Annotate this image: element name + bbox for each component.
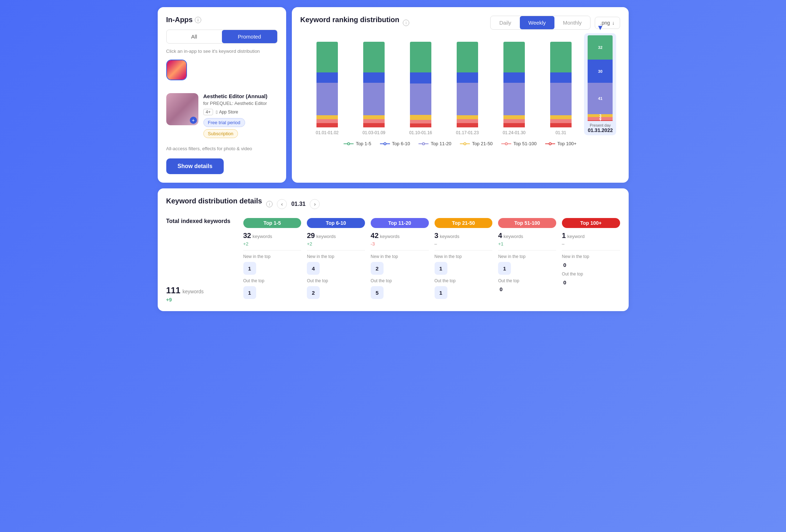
change-top11-20: -3	[371, 241, 429, 247]
legend-label-top21-50: Top 21-50	[472, 141, 493, 146]
legend-top100plus: Top 100+	[545, 141, 577, 146]
ranking-card: Keyword ranking distribution i Daily Wee…	[292, 7, 629, 183]
unit-top51-100: keywords	[503, 234, 523, 239]
bar-label-5: 01.24-01.30	[503, 130, 526, 135]
app-image: +	[166, 93, 198, 125]
bar-group-4: 01.17-01.23	[444, 42, 491, 135]
svg-point-5	[422, 143, 425, 145]
bar-6	[550, 42, 572, 127]
dist-col-top6-10: Top 6-10 29 keywords +2 New in the top 4…	[307, 218, 365, 303]
seg-top51	[316, 119, 338, 123]
seg-top1	[410, 42, 431, 72]
out-label-6: Out the top	[562, 272, 620, 277]
total-col: Total indexed keywords 111 keywords +9	[166, 218, 238, 303]
age-badge: 4+	[203, 109, 213, 115]
prev-date-btn[interactable]: ‹	[277, 199, 287, 209]
change-top1-5: +2	[243, 241, 301, 247]
bar-4	[457, 42, 478, 127]
legend-label-top1-5: Top 1-5	[356, 141, 371, 146]
inapps-hint: Click an in-app to see it's keyword dist…	[166, 49, 278, 54]
seg-top1	[550, 42, 572, 72]
seg-top21	[550, 115, 572, 119]
legend-label-top11-20: Top 11-20	[431, 141, 451, 146]
count-top51-100: 4	[498, 232, 502, 240]
chart-bars: 01.01-01.02 01.03-01.09	[304, 35, 617, 135]
app-thumbnail[interactable]	[166, 60, 187, 80]
pd-seg-top100: 1	[588, 120, 613, 121]
bar-group-6: 01.31	[537, 42, 584, 135]
seg-top21	[410, 115, 431, 120]
seg-top51	[550, 119, 572, 123]
seg-top21	[316, 115, 338, 119]
next-date-btn[interactable]: ›	[310, 199, 320, 209]
unit-top21-50: keywords	[440, 234, 460, 239]
bar-5	[503, 42, 525, 127]
seg-top51	[503, 119, 525, 123]
out-num-2: 2	[307, 286, 320, 299]
details-card: Keyword distribution details i ‹ 01.31 ›…	[158, 188, 629, 311]
ranking-info-icon[interactable]: i	[403, 20, 409, 26]
badge-top11-20: Top 11-20	[371, 218, 429, 228]
dist-col-top11-20: Top 11-20 42 keywords -3 New in the top …	[371, 218, 429, 303]
weekly-btn[interactable]: Weekly	[520, 16, 554, 29]
divider-5	[498, 250, 556, 250]
seg-top51	[363, 119, 385, 123]
badge-top100plus: Top 100+	[562, 218, 620, 228]
details-info-icon[interactable]: i	[266, 201, 273, 207]
legend-top1-5: Top 1-5	[344, 141, 371, 146]
change-top6-10: +2	[307, 241, 365, 247]
dist-grid: Total indexed keywords 111 keywords +9 T…	[166, 218, 620, 303]
seg-top11	[550, 83, 572, 115]
seg-top1	[457, 42, 478, 72]
legend-top21-50: Top 21-50	[460, 141, 493, 146]
inapps-toggle-group: All Promoted	[166, 30, 278, 44]
seg-top21	[363, 115, 385, 119]
legend-line-top6-10	[380, 142, 390, 146]
bar-label-3: 01.10-01.16	[409, 130, 432, 135]
seg-top100	[457, 123, 478, 127]
inapps-title-text: In-Apps	[166, 16, 193, 24]
legend-label-top51-100: Top 51-100	[513, 141, 537, 146]
daily-btn[interactable]: Daily	[491, 16, 519, 29]
out-num-5: 0	[498, 286, 556, 292]
seg-top11	[503, 83, 525, 115]
out-label-4: Out the top	[435, 278, 493, 283]
badge-top6-10: Top 6-10	[307, 218, 365, 228]
seg-top21	[503, 115, 525, 119]
new-num-5: 1	[498, 262, 511, 275]
app-thumb-image	[167, 60, 186, 80]
new-label-5: New in the top	[498, 254, 556, 259]
legend-label-top6-10: Top 6-10	[392, 141, 410, 146]
total-change: +9	[166, 297, 238, 303]
bar-label-2: 01.03-01.09	[362, 130, 385, 135]
add-badge: +	[190, 117, 197, 124]
present-day-arrow: ▼	[597, 24, 604, 32]
seg-top11	[316, 83, 338, 115]
inapps-info-icon[interactable]: i	[195, 17, 201, 23]
out-label-1: Out the top	[243, 278, 301, 283]
out-label-5: Out the top	[498, 278, 556, 283]
divider-3	[371, 250, 429, 250]
promoted-toggle-btn[interactable]: Promoted	[222, 30, 277, 43]
present-day-date: 01.31.2022	[588, 127, 613, 133]
details-header: Keyword distribution details i ‹ 01.31 ›	[166, 197, 620, 211]
tag-subscription: Subscription	[203, 129, 238, 138]
seg-top1	[316, 42, 338, 72]
bar-group-2: 01.03-01.09	[350, 42, 397, 135]
bar-2	[363, 42, 385, 127]
change-top51-100: +1	[498, 241, 556, 247]
total-label: Total indexed keywords	[166, 218, 238, 224]
new-num-1: 1	[243, 262, 256, 275]
bar-group-3: 01.10-01.16	[397, 42, 444, 135]
svg-point-9	[505, 143, 507, 145]
app-detail-row: + Aesthetic Editor (Annual) for PREQUEL:…	[166, 93, 278, 140]
svg-point-1	[348, 143, 350, 145]
chart-legend: Top 1-5 Top 6-10 Top 11-20 Top 21-50 Top…	[300, 141, 620, 146]
new-num-2: 4	[307, 262, 320, 275]
all-toggle-btn[interactable]: All	[167, 30, 222, 43]
dist-col-top100plus: Top 100+ 1 keyword – New in the top 0 Ou…	[562, 218, 620, 303]
seg-top100	[363, 123, 385, 127]
badge-top21-50: Top 21-50	[435, 218, 493, 228]
inapps-card: In-Apps i All Promoted Click an in-app t…	[158, 7, 286, 183]
show-details-button[interactable]: Show details	[166, 158, 224, 174]
